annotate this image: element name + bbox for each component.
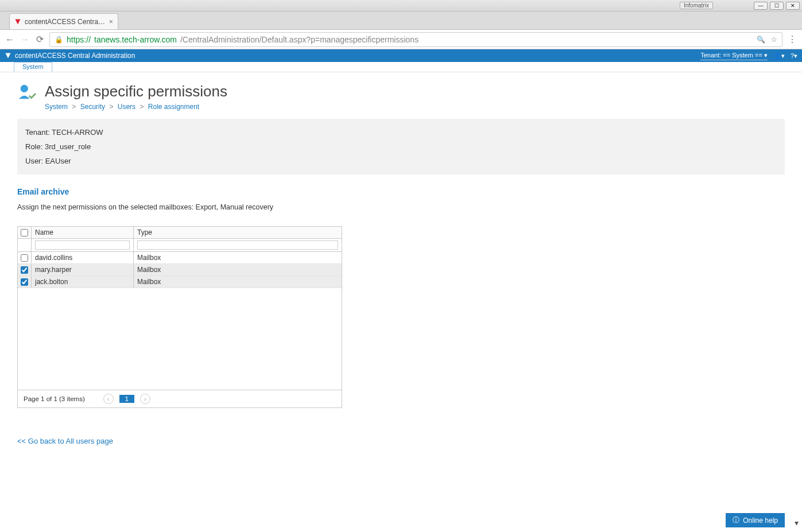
- url-path: /CentralAdministration/Default.aspx?p=ma…: [180, 35, 419, 44]
- minimize-button[interactable]: —: [754, 2, 768, 10]
- favicon-icon: [14, 18, 21, 25]
- page-icon: [17, 83, 37, 102]
- browser-tab-strip: contentACCESS Central Ad ×: [0, 11, 802, 30]
- window-app-label: Infomatrix: [680, 2, 713, 9]
- star-icon[interactable]: ☆: [771, 36, 777, 44]
- svg-marker-1: [6, 53, 11, 59]
- window-titlebar: Infomatrix — ☐ ✕: [0, 0, 802, 11]
- breadcrumb-security[interactable]: Security: [80, 103, 105, 111]
- close-window-button[interactable]: ✕: [786, 2, 800, 10]
- page-title: Assign specific permissions: [45, 83, 227, 100]
- module-tab-row: System: [0, 62, 802, 72]
- url-proto: https://: [67, 35, 91, 44]
- app-title: contentACCESS Central Administration: [15, 52, 135, 60]
- lock-icon: 🔒: [55, 36, 63, 44]
- browser-toolbar: ← → ⟳ 🔒 https://tanews.tech-arrow.com/Ce…: [0, 30, 802, 49]
- breadcrumb: System > Security > Users > Role assignm…: [45, 103, 227, 111]
- tab-close-icon[interactable]: ×: [109, 17, 113, 26]
- app-header: contentACCESS Central Administration Ten…: [0, 49, 802, 62]
- content-area[interactable]: Assign specific permissions System > Sec…: [0, 72, 802, 118]
- breadcrumb-users[interactable]: Users: [118, 103, 135, 111]
- reload-button[interactable]: ⟳: [34, 34, 45, 45]
- address-bar[interactable]: 🔒 https://tanews.tech-arrow.com/CentralA…: [49, 32, 782, 47]
- app-logo-icon: [5, 52, 11, 59]
- url-host: tanews.tech-arrow.com: [94, 35, 177, 44]
- user-menu-icon[interactable]: 👤▾: [773, 52, 785, 60]
- maximize-button[interactable]: ☐: [770, 2, 784, 10]
- tab-system[interactable]: System: [14, 62, 52, 72]
- back-button[interactable]: ←: [5, 34, 15, 45]
- menu-button[interactable]: ⋮: [787, 34, 797, 45]
- breadcrumb-role-assignment[interactable]: Role assignment: [148, 103, 199, 111]
- forward-button[interactable]: →: [20, 34, 30, 45]
- browser-tab[interactable]: contentACCESS Central Ad ×: [9, 13, 118, 29]
- zoom-icon[interactable]: 🔍: [757, 36, 765, 44]
- svg-point-46: [21, 85, 28, 92]
- breadcrumb-system[interactable]: System: [45, 103, 68, 111]
- tenant-selector[interactable]: Tenant: == System == ▾: [700, 52, 768, 60]
- svg-marker-0: [16, 19, 21, 24]
- tab-title: contentACCESS Central Ad: [25, 18, 105, 26]
- help-icon[interactable]: ?▾: [791, 52, 797, 60]
